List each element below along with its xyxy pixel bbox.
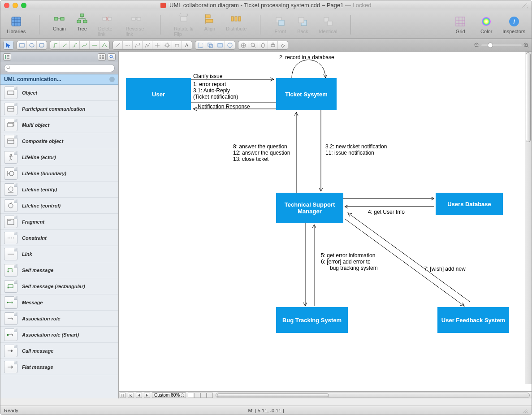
- node-users-db-label: Users Database: [447, 201, 491, 208]
- node-users-db[interactable]: Users Database: [436, 193, 503, 215]
- library-item-label: Lifeline (control): [22, 203, 61, 208]
- eraser-tool[interactable]: [278, 41, 288, 49]
- library-item-self-message-rectangular-[interactable]: Self message (rectangular): [0, 278, 118, 294]
- library-item-multi-object[interactable]: Multi object: [0, 117, 118, 133]
- page-pause[interactable]: [120, 393, 126, 398]
- library-item-link[interactable]: Link: [0, 246, 118, 262]
- node-feedback[interactable]: User Feedback System: [437, 307, 509, 333]
- page-next[interactable]: [144, 393, 150, 398]
- svg-rect-11: [206, 15, 210, 18]
- library-item-lifeline-control-[interactable]: Lifeline (control): [0, 198, 118, 214]
- library-item-composite-object[interactable]: Composite object: [0, 133, 118, 149]
- library-item-participant-communication[interactable]: Participant communication: [0, 101, 118, 117]
- library-item-flat-message[interactable]: Flat message: [0, 359, 118, 375]
- page-tab-2[interactable]: [194, 393, 200, 398]
- page-tabs[interactable]: [188, 393, 213, 398]
- zoom-out-icon[interactable]: [474, 43, 480, 48]
- line-tool-1[interactable]: [113, 41, 123, 49]
- page-tab-1[interactable]: [188, 393, 194, 398]
- connector-4[interactable]: [80, 41, 90, 49]
- sidebar-view-2[interactable]: [98, 53, 106, 61]
- page-tab-4[interactable]: [207, 393, 213, 398]
- page-prev[interactable]: [136, 393, 142, 398]
- library-item-label: Lifeline (actor): [22, 155, 56, 160]
- document-name: UML collaboration diagram - Ticket proce…: [169, 2, 320, 9]
- vertical-scrollbar[interactable]: [525, 52, 532, 384]
- group-tool-2[interactable]: [205, 41, 215, 49]
- text-tool[interactable]: A: [182, 41, 192, 49]
- library-category[interactable]: UML communication...: [0, 74, 118, 85]
- svg-rect-7: [108, 17, 112, 20]
- library-item-lifeline-boundary-[interactable]: Lifeline (boundary): [0, 165, 118, 182]
- connector-6[interactable]: [99, 41, 109, 49]
- library-item-message[interactable]: Message: [0, 294, 118, 311]
- zoom-slider[interactable]: [481, 44, 522, 46]
- node-tsm[interactable]: Technical Support Manager: [276, 193, 343, 223]
- library-search-input[interactable]: [4, 64, 115, 72]
- library-item-association-role[interactable]: Association role: [0, 311, 118, 327]
- svg-rect-6: [103, 17, 106, 20]
- toolbar-chain[interactable]: Chain: [53, 13, 66, 37]
- boundary-shape-icon: [4, 167, 17, 180]
- rrect-tool[interactable]: [37, 41, 47, 49]
- diagram-canvas[interactable]: User Ticket Sysytem Technical Support Ma…: [119, 52, 532, 391]
- label-1: 1: error report: [193, 81, 226, 87]
- toolbar-libraries[interactable]: Libraries: [7, 15, 26, 34]
- nav-tool-1[interactable]: [238, 41, 248, 49]
- library-item-association-role-smart-[interactable]: Association role (Smart): [0, 327, 118, 343]
- label-6b: bug tracking system: [321, 265, 378, 271]
- node-user-label: User: [152, 91, 165, 98]
- close-category-icon[interactable]: [109, 77, 115, 82]
- line-tool-5[interactable]: [152, 41, 162, 49]
- line-tool-3[interactable]: [133, 41, 143, 49]
- page-first[interactable]: [128, 393, 134, 398]
- connector-5[interactable]: [90, 41, 99, 49]
- page-tab-3[interactable]: [200, 393, 207, 398]
- group-tool-1[interactable]: [195, 41, 205, 49]
- sidebar-view-1[interactable]: [3, 53, 11, 61]
- group-tool-4[interactable]: [225, 41, 235, 49]
- node-ticket[interactable]: Ticket Sysytem: [276, 78, 337, 110]
- hand-tool[interactable]: [258, 41, 268, 49]
- svg-rect-34: [218, 43, 222, 47]
- toolbar-grid[interactable]: Grid: [454, 15, 467, 34]
- zoom-dropdown[interactable]: Custom 80%: [152, 392, 186, 398]
- node-bug[interactable]: Bug Tracking System: [276, 307, 348, 333]
- library-item-self-message[interactable]: Self message: [0, 262, 118, 278]
- rect-tool[interactable]: [17, 41, 27, 49]
- line-tool-7[interactable]: [172, 41, 182, 49]
- library-item-lifeline-actor-[interactable]: Lifeline (actor): [0, 149, 118, 165]
- group-tool-3[interactable]: [215, 41, 225, 49]
- horizontal-scrollbar[interactable]: [216, 393, 530, 398]
- print-tool[interactable]: [268, 41, 278, 49]
- svg-rect-3: [80, 14, 84, 17]
- ellipse-tool[interactable]: [27, 41, 37, 49]
- library-item-call-message[interactable]: Call message: [0, 343, 118, 359]
- library-item-constraint[interactable]: Constraint: [0, 230, 118, 246]
- chain-icon: [53, 13, 65, 25]
- library-item-label: Association role: [22, 316, 61, 321]
- label-12: 12: answer the question: [233, 150, 290, 156]
- connector-1[interactable]: [50, 41, 60, 49]
- library-item-lifeline-entity-[interactable]: Lifeline (entity): [0, 182, 118, 198]
- pointer-tool[interactable]: [4, 41, 13, 49]
- library-item-fragment[interactable]: Fragment: [0, 214, 118, 230]
- svg-rect-39: [272, 43, 274, 44]
- toolbar-color[interactable]: Color: [480, 15, 493, 34]
- sidebar-search-button[interactable]: [108, 53, 116, 61]
- svg-rect-10: [181, 17, 187, 21]
- connector-2[interactable]: [60, 41, 70, 49]
- node-user[interactable]: User: [126, 78, 191, 110]
- svg-point-65: [9, 203, 13, 208]
- zoom-in-icon[interactable]: [523, 43, 529, 48]
- line-tool-4[interactable]: [143, 41, 152, 49]
- line-tool-2[interactable]: [123, 41, 133, 49]
- svg-point-63: [9, 187, 13, 191]
- connector-3[interactable]: [70, 41, 80, 49]
- magnify-tool[interactable]: [248, 41, 258, 49]
- svg-rect-1: [54, 17, 58, 20]
- line-tool-6[interactable]: [162, 41, 172, 49]
- toolbar-tree[interactable]: Tree: [76, 13, 88, 37]
- toolbar-inspectors[interactable]: iInspectors: [502, 15, 525, 34]
- library-item-object[interactable]: Object: [0, 85, 118, 101]
